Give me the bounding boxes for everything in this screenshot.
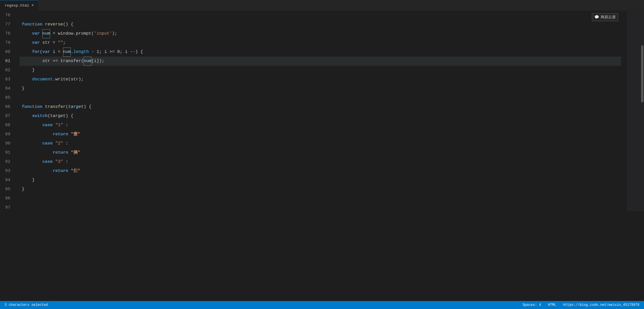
token: } [22, 185, 24, 194]
token [22, 38, 32, 47]
token: "俩" [71, 148, 80, 157]
token: } [22, 66, 35, 75]
token: "1" [55, 121, 63, 130]
line-number: 97 [0, 203, 15, 212]
token: var [32, 38, 40, 47]
line-number: 90 [0, 139, 15, 148]
token: i = [50, 47, 63, 57]
token: str += transfer( [42, 57, 84, 66]
token: switch [32, 112, 48, 121]
token [53, 139, 55, 148]
token: case [42, 139, 53, 148]
status-spaces: Spaces: 4 [523, 303, 541, 307]
token: document [32, 75, 53, 84]
status-right: Spaces: 4 HTML https://blog.csdn.net/wei… [523, 303, 639, 307]
token: length [73, 47, 89, 57]
line-number: 85 [0, 93, 15, 102]
code-line: function transfer(target) { [19, 102, 621, 112]
code-line: case "1" : [19, 121, 621, 130]
token: : [63, 157, 68, 167]
token [22, 139, 42, 148]
code-line: } [19, 176, 621, 185]
line-number: 79 [0, 38, 15, 47]
token: "2" [55, 139, 63, 148]
token [68, 148, 71, 157]
code-line [19, 93, 621, 102]
token: case [42, 121, 53, 130]
token: .write(str); [53, 75, 84, 84]
code-content[interactable]: function reverse() { var num = window.pr… [19, 11, 621, 301]
line-number: 76 [0, 11, 15, 20]
line-number: 93 [0, 167, 15, 176]
code-line: var str = ""; [19, 38, 621, 47]
token: return [53, 167, 68, 176]
tab-close-button[interactable]: × [32, 3, 34, 8]
code-line: } [19, 66, 621, 75]
status-url: https://blog.csdn.net/weixin_45179978 [563, 303, 639, 307]
overlay-widget: 💬 网易云课 [592, 13, 618, 21]
token [68, 130, 71, 139]
token: ; [63, 38, 66, 47]
token: "" [58, 38, 63, 47]
editor-container: regexp.html × 💬 网易云课 7677787980818283848… [0, 0, 644, 309]
token [22, 130, 53, 139]
token: ) { [84, 102, 91, 112]
token: num [63, 47, 71, 57]
token [40, 29, 42, 38]
overlay-text: 网易云课 [601, 15, 616, 20]
line-number: 80 [0, 47, 15, 57]
token: ( [66, 102, 68, 112]
status-selection: 3 characters selected [5, 303, 48, 307]
scrollbar-thumb[interactable] [641, 45, 643, 102]
token [53, 157, 55, 167]
code-line [19, 194, 621, 203]
line-number: 83 [0, 75, 15, 84]
token: } [22, 176, 35, 185]
status-language: HTML [548, 303, 556, 307]
code-line: function reverse() { [19, 20, 621, 29]
line-number: 94 [0, 176, 15, 185]
line-number: 84 [0, 84, 15, 93]
token [68, 167, 71, 176]
token: for [32, 47, 40, 57]
token [22, 167, 53, 176]
token [53, 121, 55, 130]
token [22, 121, 42, 130]
editor-tab[interactable]: regexp.html × [0, 0, 39, 11]
line-number: 82 [0, 66, 15, 75]
line-number: 96 [0, 194, 15, 203]
token: () { [63, 20, 73, 29]
token: ); [112, 29, 117, 38]
token: transfer [45, 102, 66, 112]
code-line: case "2" : [19, 139, 621, 148]
token: target [68, 102, 84, 112]
tab-filename: regexp.html [5, 3, 29, 8]
token: function [22, 102, 42, 112]
token: num [84, 57, 91, 66]
line-number: 89 [0, 130, 15, 139]
line-number: 91 [0, 148, 15, 157]
code-line [19, 11, 621, 20]
token [22, 157, 42, 167]
token: num [42, 29, 50, 38]
line-number-gutter: 7677787980818283848586878889909192939495… [0, 11, 19, 301]
code-line: case "3" : [19, 157, 621, 167]
token: ( [40, 47, 42, 57]
code-line [19, 203, 621, 212]
token [42, 20, 45, 29]
token [42, 102, 45, 112]
token: [i]); [91, 57, 104, 66]
code-line: return "仨" [19, 167, 621, 176]
token: - 1; i >= 0; i --) { [89, 47, 143, 57]
token: var [42, 47, 50, 57]
code-line: switch(target) { [19, 112, 621, 121]
token: return [53, 148, 68, 157]
token: . [71, 47, 73, 57]
token: function [22, 20, 42, 29]
token: : [63, 121, 68, 130]
line-number: 81 [0, 57, 15, 66]
code-line: return "壹" [19, 130, 621, 139]
line-number: 92 [0, 157, 15, 167]
code-line: return "俩" [19, 148, 621, 157]
line-number: 78 [0, 29, 15, 38]
